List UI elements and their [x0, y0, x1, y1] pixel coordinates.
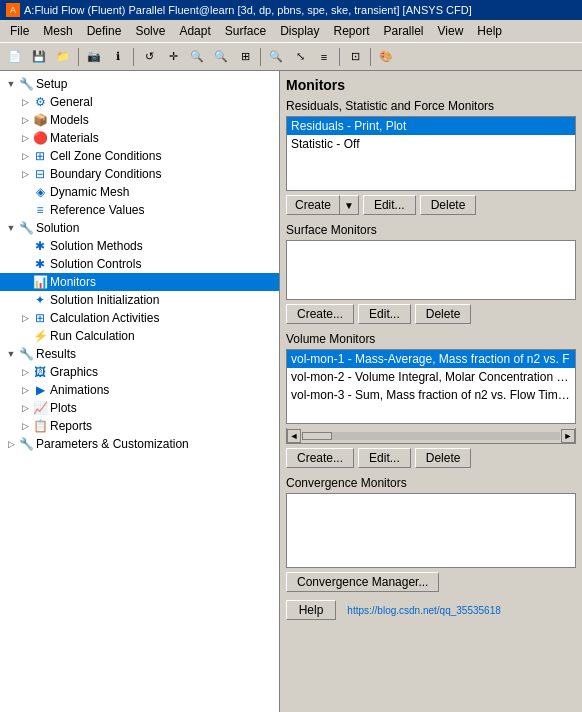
- toolbar-btn-3[interactable]: 📁: [52, 46, 74, 68]
- residuals-delete-btn[interactable]: Delete: [420, 195, 477, 215]
- create-dropdown[interactable]: Create ▼: [286, 195, 359, 215]
- volume-list[interactable]: vol-mon-1 - Mass-Average, Mass fraction …: [286, 349, 576, 424]
- expand-params[interactable]: ▷: [4, 437, 18, 451]
- expand-plots[interactable]: ▷: [18, 401, 32, 415]
- tree-item-results[interactable]: ▼ 🔧 Results: [0, 345, 279, 363]
- menu-item-display[interactable]: Display: [274, 22, 325, 40]
- residuals-item-0[interactable]: Residuals - Print, Plot: [287, 117, 575, 135]
- tree-item-solution[interactable]: ▼ 🔧 Solution: [0, 219, 279, 237]
- tree-item-graphics[interactable]: ▷ 🖼 Graphics: [0, 363, 279, 381]
- menu-item-report[interactable]: Report: [327, 22, 375, 40]
- expand-solution-methods: [18, 239, 32, 253]
- tree-item-reports[interactable]: ▷ 📋 Reports: [0, 417, 279, 435]
- expand-setup[interactable]: ▼: [4, 77, 18, 91]
- surface-list[interactable]: [286, 240, 576, 300]
- tree-item-plots[interactable]: ▷ 📈 Plots: [0, 399, 279, 417]
- toolbar-btn-9[interactable]: 🔍: [210, 46, 232, 68]
- expand-cell-zone[interactable]: ▷: [18, 149, 32, 163]
- toolbar-btn-4[interactable]: 📷: [83, 46, 105, 68]
- menu-item-mesh[interactable]: Mesh: [37, 22, 78, 40]
- volume-edit-btn[interactable]: Edit...: [358, 448, 411, 468]
- tree-item-monitors[interactable]: 📊 Monitors: [0, 273, 279, 291]
- expand-calc-activities[interactable]: ▷: [18, 311, 32, 325]
- icon-boundary: ⊟: [32, 166, 48, 182]
- toolbar-btn-11[interactable]: 🔍: [265, 46, 287, 68]
- volume-scrollbar[interactable]: ◄ ►: [286, 428, 576, 444]
- residuals-create-arrow[interactable]: ▼: [340, 195, 359, 215]
- toolbar-btn-1[interactable]: 📄: [4, 46, 26, 68]
- menu-item-help[interactable]: Help: [471, 22, 508, 40]
- toolbar-btn-6[interactable]: ↺: [138, 46, 160, 68]
- tree-item-ref-values[interactable]: ≡ Reference Values: [0, 201, 279, 219]
- tree-item-general[interactable]: ▷ ⚙ General: [0, 93, 279, 111]
- tree-item-run-calc[interactable]: ⚡ Run Calculation: [0, 327, 279, 345]
- toolbar-btn-8[interactable]: 🔍: [186, 46, 208, 68]
- toolbar-btn-12[interactable]: ⤡: [289, 46, 311, 68]
- convergence-manager-btn[interactable]: Convergence Manager...: [286, 572, 439, 592]
- toolbar-btn-10[interactable]: ⊞: [234, 46, 256, 68]
- toolbar-sep-2: [133, 48, 134, 66]
- expand-materials[interactable]: ▷: [18, 131, 32, 145]
- tree-item-cell-zone[interactable]: ▷ ⊞ Cell Zone Conditions: [0, 147, 279, 165]
- toolbar-btn-5[interactable]: ℹ: [107, 46, 129, 68]
- label-solution-methods: Solution Methods: [50, 239, 143, 253]
- convergence-list[interactable]: [286, 493, 576, 568]
- label-reports: Reports: [50, 419, 92, 433]
- expand-animations[interactable]: ▷: [18, 383, 32, 397]
- expand-solution-init: [18, 293, 32, 307]
- tree-item-params[interactable]: ▷ 🔧 Parameters & Customization: [0, 435, 279, 453]
- volume-item-0[interactable]: vol-mon-1 - Mass-Average, Mass fraction …: [287, 350, 575, 368]
- expand-general[interactable]: ▷: [18, 95, 32, 109]
- toolbar-btn-7[interactable]: ✛: [162, 46, 184, 68]
- menu-item-solve[interactable]: Solve: [129, 22, 171, 40]
- surface-edit-btn[interactable]: Edit...: [358, 304, 411, 324]
- tree-item-dynamic-mesh[interactable]: ◈ Dynamic Mesh: [0, 183, 279, 201]
- label-cell-zone: Cell Zone Conditions: [50, 149, 161, 163]
- toolbar-btn-13[interactable]: ≡: [313, 46, 335, 68]
- residuals-item-1[interactable]: Statistic - Off: [287, 135, 575, 153]
- expand-reports[interactable]: ▷: [18, 419, 32, 433]
- surface-delete-btn[interactable]: Delete: [415, 304, 472, 324]
- tree-item-animations[interactable]: ▷ ▶ Animations: [0, 381, 279, 399]
- expand-graphics[interactable]: ▷: [18, 365, 32, 379]
- toolbar-btn-14[interactable]: ⊡: [344, 46, 366, 68]
- tree-item-setup[interactable]: ▼ 🔧 Setup: [0, 75, 279, 93]
- surface-create-btn[interactable]: Create...: [286, 304, 354, 324]
- scroll-left-btn[interactable]: ◄: [287, 429, 301, 443]
- expand-results[interactable]: ▼: [4, 347, 18, 361]
- tree-item-models[interactable]: ▷ 📦 Models: [0, 111, 279, 129]
- residuals-list[interactable]: Residuals - Print, Plot Statistic - Off: [286, 116, 576, 191]
- help-btn[interactable]: Help: [286, 600, 336, 620]
- tree-item-calc-activities[interactable]: ▷ ⊞ Calculation Activities: [0, 309, 279, 327]
- menu-item-adapt[interactable]: Adapt: [173, 22, 216, 40]
- menu-item-surface[interactable]: Surface: [219, 22, 272, 40]
- menu-item-view[interactable]: View: [432, 22, 470, 40]
- volume-item-1[interactable]: vol-mon-2 - Volume Integral, Molar Conce…: [287, 368, 575, 386]
- residuals-edit-btn[interactable]: Edit...: [363, 195, 416, 215]
- toolbar: 📄 💾 📁 📷 ℹ ↺ ✛ 🔍 🔍 ⊞ 🔍 ⤡ ≡ ⊡ 🎨: [0, 43, 582, 71]
- volume-create-btn[interactable]: Create...: [286, 448, 354, 468]
- menu-item-file[interactable]: File: [4, 22, 35, 40]
- tree-item-solution-methods[interactable]: ✱ Solution Methods: [0, 237, 279, 255]
- tree-item-boundary[interactable]: ▷ ⊟ Boundary Conditions: [0, 165, 279, 183]
- panel-title: Monitors: [286, 77, 576, 93]
- icon-solution-controls: ✱: [32, 256, 48, 272]
- menu-item-parallel[interactable]: Parallel: [378, 22, 430, 40]
- surface-section-title: Surface Monitors: [286, 223, 576, 237]
- label-results: Results: [36, 347, 76, 361]
- expand-models[interactable]: ▷: [18, 113, 32, 127]
- expand-solution[interactable]: ▼: [4, 221, 18, 235]
- tree-item-solution-controls[interactable]: ✱ Solution Controls: [0, 255, 279, 273]
- icon-setup: 🔧: [18, 76, 34, 92]
- toolbar-btn-2[interactable]: 💾: [28, 46, 50, 68]
- expand-boundary[interactable]: ▷: [18, 167, 32, 181]
- scroll-right-btn[interactable]: ►: [561, 429, 575, 443]
- residuals-create-btn[interactable]: Create: [286, 195, 340, 215]
- tree-item-solution-init[interactable]: ✦ Solution Initialization: [0, 291, 279, 309]
- icon-results: 🔧: [18, 346, 34, 362]
- menu-item-define[interactable]: Define: [81, 22, 128, 40]
- volume-item-2[interactable]: vol-mon-3 - Sum, Mass fraction of n2 vs.…: [287, 386, 575, 404]
- volume-delete-btn[interactable]: Delete: [415, 448, 472, 468]
- toolbar-btn-15[interactable]: 🎨: [375, 46, 397, 68]
- tree-item-materials[interactable]: ▷ 🔴 Materials: [0, 129, 279, 147]
